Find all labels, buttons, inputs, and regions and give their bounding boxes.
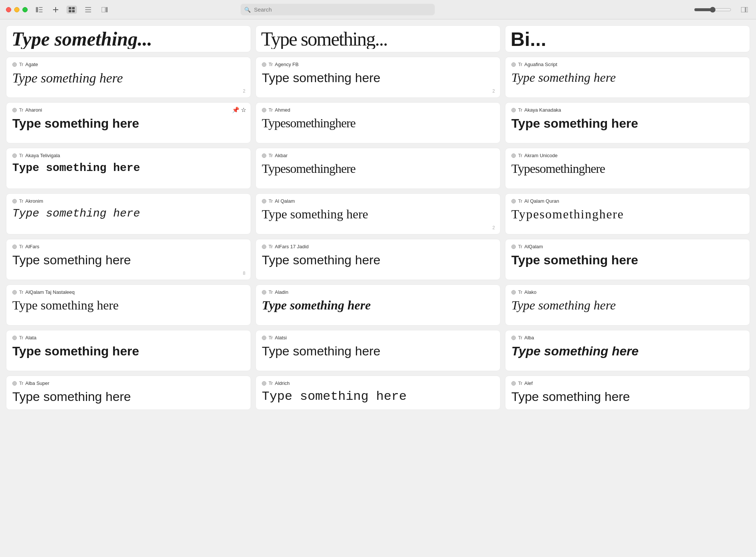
svg-rect-6 [69,7,71,9]
font-card[interactable]: Tr AlQalam Type something here [505,239,750,280]
font-dot [511,153,516,158]
font-card[interactable]: Tr Akaya Telivigala Type something here [6,148,251,189]
right-controls [690,6,750,14]
font-type-icon: Tr [518,107,522,113]
partial-bottom-card[interactable]: Tr Aldrich Type something here [255,376,501,410]
font-card[interactable]: Tr Aladin Type something here [255,284,501,326]
partial-card-1: Type something... [6,25,251,52]
font-name: AlQalam [524,244,543,249]
font-name: AlQalam Taj Nastaleeq [25,289,75,295]
font-type-icon: Tr [19,107,23,113]
list-view-button[interactable] [83,6,93,14]
font-preview: Type something here [511,116,744,131]
font-type-icon: Tr [269,198,273,204]
font-card[interactable]: Tr Agency FB Type something here 2 [255,57,501,98]
search-input[interactable] [241,4,435,15]
font-type-icon: Tr [19,289,23,295]
font-preview: Type something here [511,252,744,268]
font-card[interactable]: Tr Al Qalam Type something here 2 [255,193,501,234]
add-font-button[interactable] [51,6,61,14]
panel-view-button[interactable] [739,6,750,14]
font-card-header: Tr Alba [511,335,744,340]
font-card[interactable]: Tr Agate Type something here 2 [6,57,251,98]
font-card[interactable]: Tr Alata Type something here [6,330,251,371]
font-type-icon: Tr [518,153,522,158]
font-type-icon: Tr [269,380,273,386]
maximize-button[interactable] [22,7,28,12]
font-card[interactable]: Tr AlFars 17 Jadid Type something here [255,239,501,280]
font-dot [12,381,17,386]
traffic-lights [6,7,28,12]
font-card[interactable]: Tr AlQalam Taj Nastaleeq Type something … [6,284,251,326]
font-card[interactable]: Tr AlFars Type something here 8 [6,239,251,280]
font-card-header: Tr Aldrich [262,380,494,386]
font-card[interactable]: Tr Alako Type something here [505,284,750,326]
font-size-slider[interactable] [694,7,731,13]
font-preview: Typesomethinghere [262,161,494,177]
font-dot [262,62,266,67]
font-type-icon: Tr [518,62,522,67]
font-card[interactable]: Tr Aguafina Script Type something here [505,57,750,98]
star-icon[interactable]: ☆ [241,106,246,113]
font-card-header: Tr Aladin [262,289,494,295]
svg-rect-7 [72,7,75,9]
font-card-header: Tr Akbar [262,153,494,158]
font-dot [511,381,516,386]
font-dot [511,199,516,203]
svg-rect-2 [39,9,43,10]
font-preview: Type something here [12,116,245,131]
font-preview: Typesomethinghere [511,161,744,177]
font-card-header: Tr Alatsi [262,335,494,340]
font-preview: Type something here [12,70,245,86]
font-dot [12,245,17,249]
font-preview: Type something here [12,389,245,404]
font-type-icon: Tr [19,335,23,340]
partial-card-2: Type something... [255,25,501,52]
font-name: Alatsi [275,335,287,340]
partial-preview-3: Bi... [511,29,546,49]
font-preview: Type something here [262,343,494,359]
font-type-icon: Tr [518,380,522,386]
font-type-icon: Tr [269,107,273,113]
font-card[interactable]: Tr Akronim Type something here [6,193,251,234]
partial-bottom-card[interactable]: Tr Alba Super Type something here [6,376,251,410]
font-name: Ahmed [275,107,290,113]
search-icon: 🔍 [244,7,251,13]
font-preview: Type something here [262,70,494,85]
font-type-icon: Tr [269,335,273,340]
font-card[interactable]: Tr Al Qalam Quran Typesomethinghere [505,193,750,234]
font-dot [511,108,516,112]
font-type-icon: Tr [19,198,23,204]
font-card[interactable]: Tr Ahmed Typesomethinghere [255,102,501,143]
font-card-header: Tr AlQalam [511,244,744,249]
font-name: Akbar [275,153,288,158]
font-dot [262,336,266,340]
font-card[interactable]: Tr Alatsi Type something here [255,330,501,371]
grid-view-button[interactable] [66,6,77,14]
pin-icon[interactable]: 📌 [232,106,239,113]
partial-card-3: Bi... [505,25,750,52]
font-preview: Type something here [262,298,494,313]
font-card-header: Tr Alako [511,289,744,295]
font-card[interactable]: Tr Aharoni 📌 ☆ Type something here [6,102,251,143]
font-type-icon: Tr [269,153,273,158]
font-card-header: Tr Ahmed [262,107,494,113]
font-card[interactable]: Tr Akaya Kanadaka Type something here [505,102,750,143]
font-dot [511,290,516,295]
font-card[interactable]: Tr Alba Type something here [505,330,750,371]
panel-button[interactable] [99,6,110,14]
font-preview: Type something here [12,343,245,359]
font-name: Alata [25,335,37,340]
font-type-icon: Tr [269,289,273,295]
partial-bottom-card[interactable]: Tr Alef Type something here [505,376,750,410]
font-dot [262,381,266,386]
font-card[interactable]: Tr Akbar Typesomethinghere [255,148,501,189]
font-name: Akaya Kanadaka [524,107,561,113]
close-button[interactable] [6,7,11,12]
font-card[interactable]: Tr Akram Unicode Typesomethinghere [505,148,750,189]
font-name: Al Qalam Quran [524,198,559,204]
sidebar-toggle-button[interactable] [34,6,45,14]
minimize-button[interactable] [14,7,19,12]
font-count: 8 [243,271,245,276]
font-preview: Type something here [511,70,744,85]
